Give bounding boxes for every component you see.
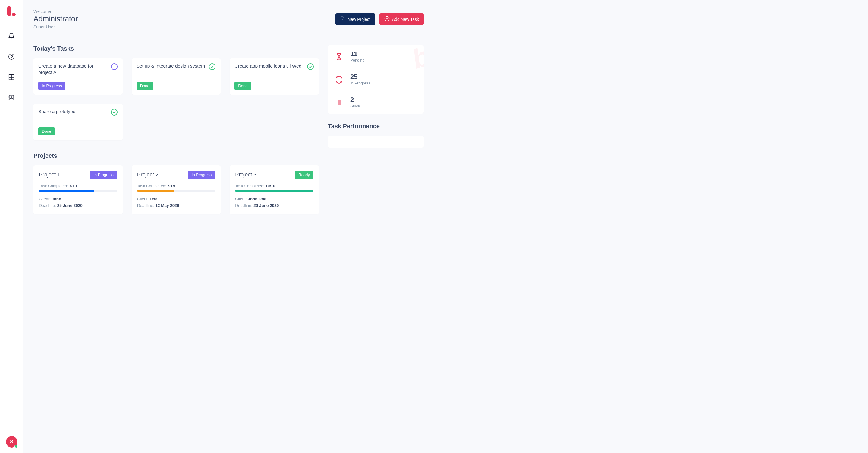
projects-section-title: Projects: [33, 152, 319, 159]
plus-circle-icon: [384, 16, 390, 22]
svg-point-2: [9, 54, 14, 59]
notifications-nav[interactable]: [5, 31, 18, 43]
bell-icon: [8, 33, 15, 41]
check-circle-icon: [209, 63, 216, 72]
add-task-button[interactable]: Add New Task: [379, 13, 424, 25]
task-card[interactable]: Share a prototype Done: [33, 104, 123, 140]
task-card[interactable]: Create a new database for project A In P…: [33, 58, 123, 95]
refresh-icon: [335, 75, 344, 84]
svg-point-16: [111, 64, 117, 70]
performance-card: [328, 136, 424, 148]
check-circle-icon: [111, 109, 118, 117]
project-meta: Client: John Deadline: 25 June 2020: [39, 196, 117, 209]
stat-label: In Progress: [350, 81, 370, 85]
hourglass-icon: [335, 52, 344, 61]
main-content: Welcome Administrator Super User New Pro…: [23, 0, 434, 223]
task-completed-label: Task Completed: 7/10: [39, 184, 117, 188]
project-meta: Client: Doe Deadline: 12 May 2020: [137, 196, 216, 209]
tasks-section-title: Today's Tasks: [33, 45, 319, 52]
performance-section-title: Task Performance: [328, 123, 424, 130]
status-badge: Done: [235, 82, 251, 90]
project-name: Project 2: [137, 172, 158, 178]
contacts-nav[interactable]: [5, 92, 18, 104]
page-header: Welcome Administrator Super User New Pro…: [33, 9, 424, 36]
status-badge: In Progress: [188, 171, 215, 179]
svg-point-17: [209, 64, 215, 70]
svg-point-19: [111, 109, 117, 115]
new-project-button[interactable]: New Project: [336, 13, 375, 25]
svg-point-1: [12, 13, 16, 16]
progress-bar: [235, 190, 313, 192]
project-card[interactable]: Project 1 In Progress Task Completed: 7/…: [33, 165, 123, 214]
page-subtitle: Super User: [33, 24, 78, 29]
task-card[interactable]: Set up & integrate design system Done: [132, 58, 221, 95]
task-card[interactable]: Create app mobile icons till Wed Done: [230, 58, 319, 95]
status-badge: Done: [136, 82, 153, 90]
stat-label: Stuck: [350, 104, 360, 108]
document-icon: [340, 16, 345, 22]
task-completed-label: Task Completed: 10/10: [235, 184, 313, 188]
stat-value: 2: [350, 96, 360, 103]
status-badge: In Progress: [90, 171, 117, 179]
stat-row: 2 Stuck: [328, 91, 424, 114]
task-title: Share a prototype: [38, 109, 75, 115]
projects-nav[interactable]: [5, 51, 18, 63]
svg-point-7: [11, 96, 12, 98]
svg-point-18: [307, 64, 313, 70]
stat-value: 25: [350, 74, 370, 80]
status-badge: Ready: [295, 171, 313, 179]
welcome-label: Welcome: [33, 9, 78, 14]
progress-bar: [137, 190, 216, 192]
grid-icon: [8, 74, 15, 82]
stat-label: Pending: [350, 58, 365, 62]
sidebar: [0, 0, 23, 227]
check-circle-icon: [307, 63, 314, 72]
logo: [7, 5, 16, 17]
project-card[interactable]: Project 2 In Progress Task Completed: 7/…: [132, 165, 221, 214]
address-book-icon: [8, 94, 15, 102]
stat-row: 11 Pending: [328, 45, 424, 68]
task-title: Create a new database for project A: [38, 63, 107, 76]
project-meta: Client: John Doe Deadline: 20 June 2020: [235, 196, 313, 209]
add-task-label: Add New Task: [392, 17, 419, 22]
dashboard-nav[interactable]: [5, 72, 18, 84]
page-title: Administrator: [33, 15, 78, 23]
p-circle-icon: [8, 53, 15, 61]
project-name: Project 3: [235, 172, 256, 178]
new-project-label: New Project: [347, 17, 370, 22]
stats-card: b 11 Pending 25 In Progress 2 Stuck: [328, 45, 424, 114]
task-completed-label: Task Completed: 7/15: [137, 184, 216, 188]
status-badge: In Progress: [38, 82, 65, 90]
project-name: Project 1: [39, 172, 60, 178]
svg-rect-0: [7, 6, 11, 16]
stat-row: 25 In Progress: [328, 68, 424, 91]
task-title: Set up & integrate design system: [136, 63, 205, 69]
stat-value: 11: [350, 51, 365, 57]
progress-bar: [39, 190, 117, 192]
task-title: Create app mobile icons till Wed: [235, 63, 301, 69]
project-card[interactable]: Project 3 Ready Task Completed: 10/10 Cl…: [230, 165, 319, 214]
status-badge: Done: [38, 127, 55, 135]
circle-icon: [111, 63, 118, 72]
pause-icon: [335, 98, 344, 107]
